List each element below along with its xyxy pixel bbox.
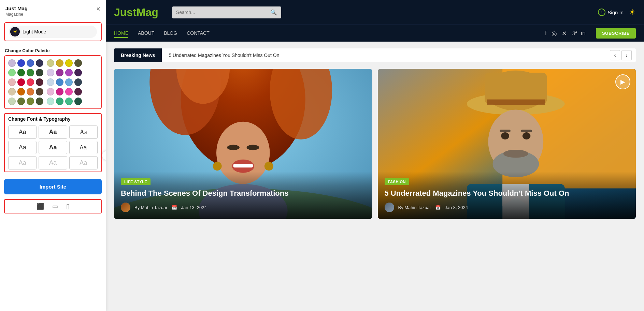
color-dot[interactable] [36, 88, 43, 95]
font-item-6[interactable]: Aa [69, 141, 98, 154]
article-card-2[interactable]: ▶ FASHION 5 Underrated Magazines You Sho… [378, 69, 636, 219]
content-area: Breaking News 5 Underrated Magazines You… [106, 42, 644, 311]
color-dot[interactable] [17, 69, 25, 76]
color-row-5 [8, 98, 43, 105]
light-mode-toggle[interactable]: ☀ Light Mode [9, 26, 97, 38]
news-next-button[interactable]: › [621, 50, 632, 60]
color-dot[interactable] [8, 98, 16, 105]
font-item-3[interactable]: Aa [69, 125, 98, 139]
color-dot[interactable] [56, 78, 63, 86]
color-dot[interactable] [17, 59, 25, 67]
theme-toggle-icon[interactable]: ☀ [629, 8, 636, 17]
nav-links: HOME ABOUT BLOG CONTACT [114, 29, 210, 38]
color-dot[interactable] [17, 88, 25, 95]
light-mode-label: Light Mode [23, 29, 46, 34]
color-dot[interactable] [65, 59, 73, 67]
subscribe-button[interactable]: SUBSCRIBE [596, 28, 636, 39]
nav-item-contact[interactable]: CONTACT [187, 29, 210, 38]
color-dot[interactable] [8, 78, 16, 86]
search-icon[interactable]: 🔍 [270, 9, 277, 16]
pinterest-icon[interactable]: 𝒫 [572, 30, 576, 37]
search-box: 🔍 [172, 6, 281, 18]
desktop-device-button[interactable]: ⬛ [34, 202, 46, 211]
article-card-1[interactable]: LIFE STYLE Behind The Scenes Of Design T… [114, 69, 372, 219]
twitter-x-icon[interactable]: ✕ [562, 30, 567, 37]
color-dot[interactable] [36, 59, 43, 67]
breaking-news-text: 5 Underrated Magazines You Shouldn't Mis… [162, 53, 606, 58]
nav-item-about[interactable]: ABOUT [138, 29, 154, 38]
top-bar: JustMag 🔍 + Sign In ☀ [106, 0, 644, 25]
color-dot[interactable] [17, 98, 25, 105]
color-palette-section [4, 55, 102, 109]
color-dot[interactable] [74, 69, 82, 76]
tablet-device-button[interactable]: ▭ [50, 202, 60, 211]
nav-bar: HOME ABOUT BLOG CONTACT f ◎ ✕ 𝒫 in SUBSC… [106, 25, 644, 42]
color-row-2 [8, 69, 43, 76]
author-avatar-2 [385, 203, 394, 212]
color-dot[interactable] [27, 98, 34, 105]
color-dot[interactable] [47, 88, 54, 95]
color-dot[interactable] [27, 78, 34, 86]
font-item-1[interactable]: Aa [8, 125, 37, 139]
color-dot[interactable] [56, 98, 63, 105]
color-dot[interactable] [56, 88, 63, 95]
color-dot[interactable] [65, 88, 73, 95]
collapse-panel-button[interactable]: ‹ [102, 151, 106, 160]
color-col-right [47, 59, 82, 105]
font-section-label: Change Font & Typography [8, 116, 71, 122]
color-dot[interactable] [65, 78, 73, 86]
instagram-icon[interactable]: ◎ [552, 30, 557, 37]
color-dot[interactable] [74, 88, 82, 95]
color-dot[interactable] [56, 69, 63, 76]
color-dot[interactable] [47, 69, 54, 76]
color-dot[interactable] [8, 59, 16, 67]
font-item-9[interactable]: Aa [69, 156, 98, 169]
color-row-9 [47, 88, 82, 95]
color-dot[interactable] [27, 88, 34, 95]
sign-in-button[interactable]: + Sign In [598, 9, 624, 16]
color-dot[interactable] [47, 78, 54, 86]
font-item-2[interactable]: Aa [39, 125, 67, 139]
nav-item-home[interactable]: HOME [114, 29, 128, 38]
color-dot[interactable] [36, 69, 43, 76]
color-dot[interactable] [27, 59, 34, 67]
font-item-5[interactable]: Aa [39, 141, 67, 154]
color-dot[interactable] [17, 78, 25, 86]
svg-point-10 [247, 145, 259, 150]
color-dot[interactable] [36, 98, 43, 105]
linkedin-icon[interactable]: in [581, 30, 586, 37]
nav-item-blog[interactable]: BLOG [164, 29, 177, 38]
device-bar: ⬛ ▭ ▯ [4, 199, 102, 213]
close-button[interactable]: × [96, 5, 100, 12]
news-prev-button[interactable]: ‹ [610, 50, 620, 60]
color-dot[interactable] [36, 78, 43, 86]
color-row-1 [8, 59, 43, 67]
font-item-4[interactable]: Aa [8, 141, 37, 154]
color-dot[interactable] [8, 69, 16, 76]
font-item-7[interactable]: Aa [8, 156, 37, 169]
color-dot[interactable] [74, 59, 82, 67]
play-button-2[interactable]: ▶ [615, 74, 630, 89]
color-dot[interactable] [47, 59, 54, 67]
color-dot[interactable] [56, 59, 63, 67]
author-avatar-1 [121, 203, 130, 212]
color-dot[interactable] [8, 88, 16, 95]
color-dot[interactable] [65, 69, 73, 76]
sign-in-label: Sign In [607, 10, 624, 15]
color-dot[interactable] [47, 98, 54, 105]
color-dot[interactable] [74, 78, 82, 86]
article-overlay-1: LIFE STYLE Behind The Scenes Of Design T… [114, 172, 372, 219]
color-dot[interactable] [27, 69, 34, 76]
panel-title: Just Mag [5, 5, 28, 11]
search-input[interactable] [176, 10, 268, 15]
color-dot[interactable] [74, 98, 82, 105]
svg-rect-18 [485, 73, 547, 104]
import-site-button[interactable]: Import Site [4, 179, 102, 194]
panel-subtitle: Magazine [5, 12, 28, 17]
color-dot[interactable] [65, 98, 73, 105]
font-item-8[interactable]: Aa [39, 156, 67, 169]
color-row-10 [47, 98, 82, 105]
color-row-4 [8, 88, 43, 95]
mobile-device-button[interactable]: ▯ [64, 202, 72, 211]
facebook-icon[interactable]: f [545, 30, 547, 37]
